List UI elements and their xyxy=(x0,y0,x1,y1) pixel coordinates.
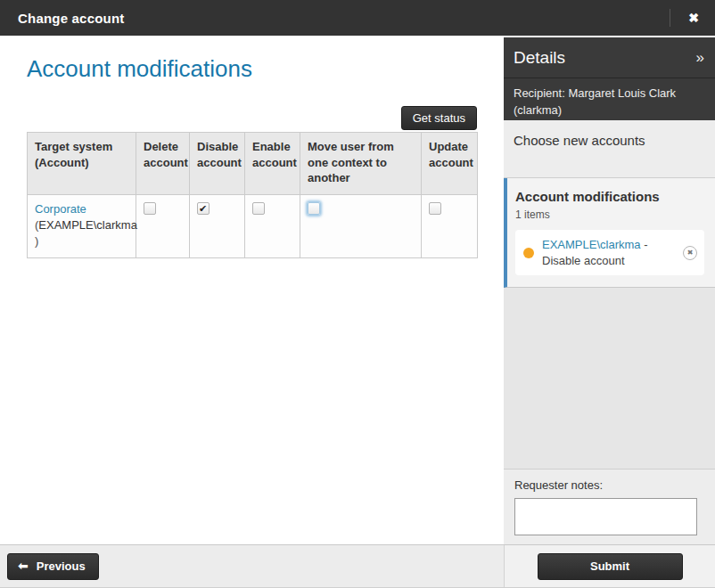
change-account-dialog: Change account ✖ Account modifications G… xyxy=(0,0,715,588)
status-dot-icon xyxy=(523,248,534,258)
footer-left: ⬅ Previous xyxy=(0,545,504,587)
previous-button[interactable]: ⬅ Previous xyxy=(7,553,99,580)
enable-account-cell xyxy=(245,194,300,258)
details-sidebar: Details » Recipient: Margaret Louis Clar… xyxy=(504,37,715,544)
dialog-titlebar: Change account ✖ xyxy=(0,0,715,36)
delete-account-cell xyxy=(136,194,190,258)
table-header-row: Target system (Account) Delete account D… xyxy=(28,133,478,195)
checkbox-enable-account[interactable] xyxy=(252,202,265,215)
dialog-body: Account modifications Get status Target … xyxy=(0,36,715,544)
close-icon: ✖ xyxy=(688,11,699,25)
target-system-cell: Corporate (EXAMPLE\clarkma ) xyxy=(28,194,136,258)
requester-notes-section: Requester notes: xyxy=(504,469,715,544)
checkbox-update-account[interactable] xyxy=(429,202,441,215)
column-header-update-account: Update account xyxy=(422,133,478,195)
page-title: Account modifications xyxy=(27,55,477,83)
account-modifications-table: Target system (Account) Delete account D… xyxy=(27,132,478,258)
modification-item-text: EXAMPLE\clarkma - Disable account xyxy=(542,237,675,268)
choose-new-accounts-label: Choose new accounts xyxy=(514,133,645,148)
table-toolbar: Get status xyxy=(27,106,477,130)
submit-button[interactable]: Submit xyxy=(538,553,683,580)
checkbox-disable-account[interactable] xyxy=(197,202,210,215)
modification-account-link[interactable]: EXAMPLE\clarkma xyxy=(542,238,641,251)
close-button[interactable]: ✖ xyxy=(683,8,704,28)
checkbox-delete-account[interactable] xyxy=(144,202,156,215)
table-row: Corporate (EXAMPLE\clarkma ) xyxy=(28,194,478,258)
modifications-title: Account modifications xyxy=(515,189,704,204)
disable-account-cell xyxy=(190,194,245,258)
recipient-info: Recipient: Margaret Louis Clark (clarkma… xyxy=(504,78,715,120)
choose-new-accounts-section[interactable]: Choose new accounts xyxy=(504,120,715,178)
left-arrow-icon: ⬅ xyxy=(18,559,29,572)
sidebar-spacer xyxy=(504,288,715,469)
collapse-sidebar-button[interactable]: » xyxy=(696,50,704,65)
x-circle-icon: ✖ xyxy=(684,247,696,259)
dialog-title: Change account xyxy=(18,11,124,26)
move-user-cell xyxy=(300,194,422,258)
checkbox-move-user[interactable] xyxy=(308,202,320,215)
modifications-summary-panel: Account modifications 1 items EXAMPLE\cl… xyxy=(504,178,715,288)
column-header-target-system: Target system (Account) xyxy=(28,133,136,195)
details-title: Details xyxy=(514,48,696,68)
dialog-footer: ⬅ Previous Submit xyxy=(0,544,715,587)
titlebar-divider xyxy=(670,9,670,27)
requester-notes-label: Requester notes: xyxy=(514,478,704,492)
chevron-right-icon: » xyxy=(696,49,704,66)
column-header-delete-account: Delete account xyxy=(136,133,190,195)
column-header-disable-account: Disable account xyxy=(190,133,245,195)
details-header: Details » xyxy=(504,37,715,78)
remove-item-button[interactable]: ✖ xyxy=(683,246,697,260)
previous-button-label: Previous xyxy=(37,559,86,573)
items-count: 1 items xyxy=(515,208,704,221)
account-name: EXAMPLE\clarkma xyxy=(38,218,137,232)
update-account-cell xyxy=(422,194,478,258)
get-status-button[interactable]: Get status xyxy=(401,106,477,130)
modification-item-card: EXAMPLE\clarkma - Disable account ✖ xyxy=(515,230,704,275)
requester-notes-input[interactable] xyxy=(514,498,697,535)
column-header-move-user: Move user from one context to another xyxy=(300,133,422,195)
account-paren-close: ) xyxy=(35,234,38,248)
column-header-enable-account: Enable account xyxy=(245,133,300,195)
main-panel: Account modifications Get status Target … xyxy=(0,36,504,544)
target-system-link[interactable]: Corporate xyxy=(35,202,86,216)
footer-right: Submit xyxy=(504,545,715,587)
